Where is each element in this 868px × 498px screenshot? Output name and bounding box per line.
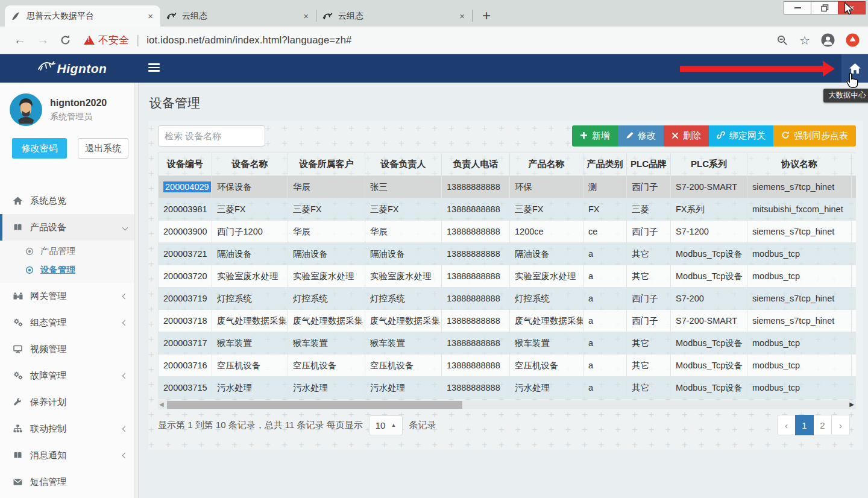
table-cell[interactable]: modbus_tcp xyxy=(747,377,852,399)
search-input[interactable] xyxy=(158,125,265,147)
table-row[interactable]: 200004029环保设备华辰张三13888888888环保测西门子S7-200… xyxy=(159,176,857,198)
submenu-item-设备管理[interactable]: 设备管理 xyxy=(0,260,138,279)
column-header[interactable]: 产品类别 xyxy=(583,153,627,176)
bigdata-home-button[interactable] xyxy=(841,54,868,83)
table-cell[interactable]: 猴车装置 xyxy=(288,332,365,355)
table-cell[interactable]: 三菱FX xyxy=(288,198,365,221)
table-cell[interactable]: 实验室废水处理 xyxy=(212,265,288,288)
table-row[interactable]: 200003716空压机设备空压机设备空压机设备13888888888空压机设备… xyxy=(159,355,857,377)
table-cell[interactable]: 实验室废水处理 xyxy=(365,265,442,288)
address-bar-url[interactable]: iot.idosp.net/admin/index.html?language=… xyxy=(146,34,351,46)
table-cell[interactable]: 13888888888 xyxy=(442,198,510,221)
table-cell[interactable]: a xyxy=(583,355,627,377)
horizontal-scrollbar[interactable]: ◀ ▶ xyxy=(158,400,856,409)
scroll-left-icon[interactable]: ◀ xyxy=(159,401,164,408)
action-button-新增[interactable]: 新增 xyxy=(572,125,618,147)
table-cell[interactable]: S7-200 xyxy=(671,288,747,310)
table-cell[interactable]: 空压机设备 xyxy=(510,355,583,377)
table-cell[interactable]: 西门子 xyxy=(627,288,671,310)
table-row[interactable]: 200003900西门子1200华辰华辰138888888881200cece西… xyxy=(159,221,857,243)
column-header[interactable]: 产品名称 xyxy=(510,153,583,176)
table-cell[interactable]: 灯控系统 xyxy=(510,288,583,310)
table-cell[interactable]: 200003716 xyxy=(159,355,212,377)
table-cell[interactable]: a xyxy=(583,310,627,332)
table-cell[interactable]: 华辰 xyxy=(288,176,365,198)
column-header[interactable]: PLC系列 xyxy=(671,153,747,176)
table-cell[interactable]: modbus_tcp xyxy=(747,355,852,377)
page-button-1[interactable]: 1 xyxy=(795,415,814,435)
table-cell[interactable]: 13888888888 xyxy=(442,243,510,265)
bookmark-star-icon[interactable]: ☆ xyxy=(799,33,810,48)
change-password-button[interactable]: 修改密码 xyxy=(12,138,67,159)
sidebar-toggle-icon[interactable] xyxy=(148,63,160,74)
table-cell[interactable]: 环保设备 xyxy=(212,176,288,198)
sidebar-item-系统总览[interactable]: 系统总览 xyxy=(0,188,138,214)
submenu-item-产品管理[interactable]: 产品管理 xyxy=(0,242,138,260)
column-header[interactable]: PLC品牌 xyxy=(627,153,671,176)
sidebar-item-组态管理[interactable]: 组态管理 xyxy=(0,309,138,336)
column-header[interactable]: 负责人电话 xyxy=(442,153,510,176)
sidebar-item-消息通知[interactable]: 消息通知 xyxy=(0,442,138,468)
column-header[interactable]: 设备所属客户 xyxy=(288,153,365,176)
table-cell[interactable]: Modbus_Tcp设备 xyxy=(671,355,747,377)
table-cell[interactable]: mitsubishi_fxcom_hinet xyxy=(747,198,852,221)
action-button-删除[interactable]: 删除 xyxy=(664,125,709,147)
table-cell[interactable]: 华辰 xyxy=(288,221,365,243)
table-cell[interactable]: 200004029 xyxy=(159,176,212,198)
table-cell[interactable]: siemens_s7tcp_hinet xyxy=(747,176,852,198)
table-cell[interactable]: 隔油设备 xyxy=(212,243,288,265)
table-cell[interactable]: 网口 xyxy=(852,377,857,399)
table-cell[interactable]: a xyxy=(583,332,627,355)
page-button-›[interactable]: › xyxy=(831,415,850,435)
table-cell[interactable]: 猴车装置 xyxy=(212,332,288,355)
sidebar-item-保养计划[interactable]: 保养计划 xyxy=(0,389,138,415)
table-cell[interactable]: 污水处理 xyxy=(365,377,442,399)
table-cell[interactable]: 空压机设备 xyxy=(212,355,288,377)
table-cell[interactable]: 实验室废水处理 xyxy=(510,265,583,288)
table-cell[interactable]: 网口 xyxy=(852,288,857,310)
table-cell[interactable]: 灯控系统 xyxy=(365,288,442,310)
table-cell[interactable]: 实验室废水处理 xyxy=(288,265,365,288)
table-cell[interactable]: 隔油设备 xyxy=(288,243,365,265)
table-cell[interactable]: 其它 xyxy=(627,377,671,399)
reload-button[interactable] xyxy=(60,34,71,46)
table-cell[interactable]: Modbus_Tcp设备 xyxy=(671,265,747,288)
table-cell[interactable]: 隔油设备 xyxy=(365,243,442,265)
table-cell[interactable]: 13888888888 xyxy=(442,332,510,355)
table-cell[interactable]: 猴车装置 xyxy=(365,332,442,355)
table-cell[interactable]: 网口 xyxy=(852,176,857,198)
table-cell[interactable]: S7-200-SMART xyxy=(671,310,747,332)
table-cell[interactable]: 三菱 xyxy=(627,198,671,221)
table-row[interactable]: 200003719灯控系统灯控系统灯控系统13888888888灯控系统a西门子… xyxy=(159,288,857,310)
table-cell[interactable]: 西门子 xyxy=(627,310,671,332)
table-cell[interactable]: 灯控系统 xyxy=(212,288,288,310)
table-cell[interactable]: 空压机设备 xyxy=(365,355,442,377)
table-cell[interactable]: 西门子 xyxy=(627,176,671,198)
table-cell[interactable]: 网口 xyxy=(852,265,857,288)
table-cell[interactable]: 废气处理数据采集 xyxy=(288,310,365,332)
table-cell[interactable]: 200003715 xyxy=(159,377,212,399)
action-button-修改[interactable]: 修改 xyxy=(618,125,664,147)
table-cell[interactable]: 串口 xyxy=(852,198,857,221)
table-cell[interactable]: 西门子1200 xyxy=(212,221,288,243)
sidebar-item-空间管理[interactable]: 空间管理 xyxy=(0,495,138,498)
brand-logo[interactable]: Hignton xyxy=(0,54,139,83)
table-cell[interactable]: 200003718 xyxy=(159,310,212,332)
table-row[interactable]: 200003718废气处理数据采集废气处理数据采集废气处理数据采集1388888… xyxy=(159,310,857,332)
table-cell[interactable]: 13888888888 xyxy=(442,355,510,377)
scroll-right-icon[interactable]: ▶ xyxy=(849,401,854,408)
sidebar-item-视频管理[interactable]: 视频管理 xyxy=(0,336,138,362)
column-header[interactable]: 设备负责人 xyxy=(365,153,442,176)
table-cell[interactable]: 测 xyxy=(583,176,627,198)
table-cell[interactable]: S7-200-SMART xyxy=(671,176,747,198)
table-cell[interactable]: 隔油设备 xyxy=(510,243,583,265)
table-cell[interactable]: 网口 xyxy=(852,243,857,265)
page-size-select[interactable]: 10 ▲ xyxy=(369,415,403,435)
table-cell[interactable]: Modbus_Tcp设备 xyxy=(671,332,747,355)
table-cell[interactable]: a xyxy=(583,265,627,288)
table-cell[interactable]: 三菱FX xyxy=(510,198,583,221)
sidebar-item-网关管理[interactable]: 网关管理 xyxy=(0,283,138,309)
back-button[interactable]: ← xyxy=(14,33,26,47)
restore-button[interactable] xyxy=(811,1,838,14)
table-cell[interactable]: 华辰 xyxy=(365,221,442,243)
